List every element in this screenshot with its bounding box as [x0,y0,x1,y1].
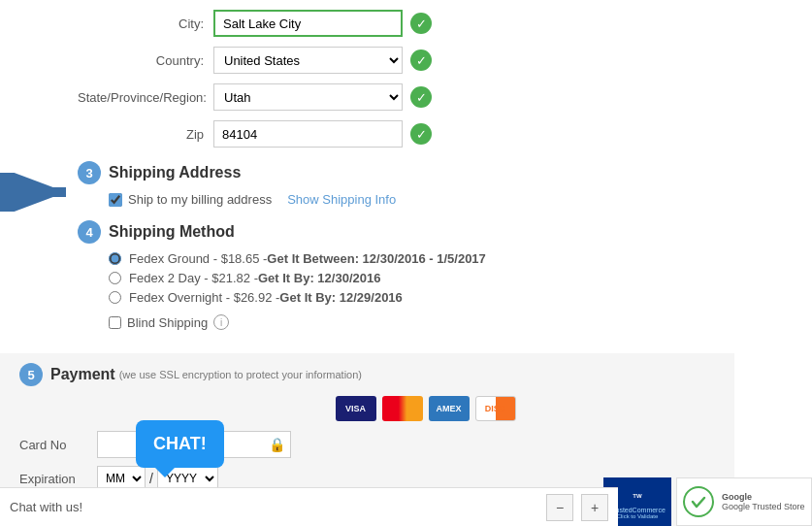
chat-bar-text: Chat with us! [10,500,538,514]
google-trusted-icon [683,486,714,517]
google-trusted-text-block: Google Google Trusted Store [722,492,805,511]
expiry-separator: / [149,471,153,486]
shipping-method-title: Shipping Method [109,223,235,241]
ship-to-billing-checkbox[interactable] [109,193,122,207]
shipping-option-overnight-prefix: Fedex Overnight - $26.92 - [129,290,279,305]
state-check-icon: ✓ [410,86,432,108]
country-row: Country: United States ✓ [78,47,793,74]
city-row: City: ✓ [78,10,793,37]
show-shipping-link[interactable]: Show Shipping Info [287,192,396,207]
expiration-label: Expiration [19,472,97,486]
blind-shipping-checkbox[interactable] [109,316,121,329]
state-row: State/Province/Region: Utah ✓ [78,83,793,111]
shipping-address-title: Shipping Address [109,164,241,181]
zip-check-icon: ✓ [410,123,432,145]
zip-row: Zip ✓ [78,120,793,148]
shipping-radio-overnight[interactable] [109,291,121,304]
shipping-option-2day-bold: Get It By: 12/30/2016 [258,271,380,285]
card-number-row: Card No 🔒 [19,431,715,458]
city-check-icon: ✓ [410,13,432,34]
shipping-option-overnight-bold: Get It By: 12/29/2016 [279,290,402,305]
step-5-badge: 5 [19,363,43,386]
shipping-radio-ground[interactable] [109,252,121,265]
google-label: Google [722,492,805,502]
payment-header: 5 Payment (we use SSL encryption to prot… [19,363,715,386]
payment-note: (we use SSL encryption to protect your i… [119,369,362,380]
ship-to-billing-text: Ship to my billing address [128,192,272,207]
mastercard-logo [382,396,423,421]
shipping-method-header: 4 Shipping Method [78,220,793,244]
shipping-option-ground-prefix: Fedex Ground - $18.65 - [129,251,267,266]
visa-logo: VISA [336,396,376,421]
shipping-radio-2day[interactable] [109,272,121,284]
svg-text:TW: TW [633,493,642,499]
country-select[interactable]: United States [213,47,403,74]
arrow-decoration [0,173,78,214]
shipping-address-header: 3 Shipping Address [78,161,793,184]
ship-to-billing-row: Ship to my billing address Show Shipping… [109,192,793,207]
zip-label: Zip [78,127,213,142]
blind-shipping-row: Blind Shipping i [109,314,793,330]
payment-title: Payment [50,366,115,383]
state-select[interactable]: Utah [213,83,403,111]
blind-shipping-info-icon[interactable]: i [213,314,229,330]
shipping-options: Fedex Ground - $18.65 - Get It Between: … [109,251,793,305]
shipping-option-2day: Fedex 2 Day - $21.82 - Get It By: 12/30/… [109,271,793,285]
city-input[interactable] [213,10,403,37]
trusted-store-label: Google Trusted Store [722,502,805,511]
chat-bar: Chat with us! − + [0,487,618,526]
ship-to-billing-label[interactable]: Ship to my billing address [109,192,272,207]
amex-logo: AMEX [429,396,470,421]
chat-btn-plus[interactable]: + [581,494,608,521]
state-label: State/Province/Region: [78,90,213,105]
zip-input[interactable] [213,120,403,148]
trustwave-icon: TW [623,485,652,505]
lock-icon: 🔒 [269,437,285,452]
chat-bubble-text: CHAT! [153,434,207,453]
trustwave-click: Click to Validate [617,513,659,519]
chat-btn-minus[interactable]: − [546,494,573,521]
country-label: Country: [78,53,213,68]
card-number-label: Card No [19,438,97,452]
city-label: City: [78,16,213,31]
step-3-badge: 3 [78,161,101,184]
checkout-form: City: ✓ Country: United States ✓ State/P… [0,0,812,340]
shipping-option-ground: Fedex Ground - $18.65 - Get It Between: … [109,251,793,266]
shipping-option-overnight: Fedex Overnight - $26.92 - Get It By: 12… [109,290,793,305]
shipping-option-2day-prefix: Fedex 2 Day - $21.82 - [129,271,258,285]
card-logos: VISA AMEX DISC [136,396,715,421]
country-check-icon: ✓ [410,49,432,71]
discover-logo: DISC [475,396,516,421]
chat-bubble[interactable]: CHAT! [136,420,224,468]
blind-shipping-label: Blind Shipping [127,315,208,330]
google-trusted-store-badge[interactable]: Google Google Trusted Store [676,477,812,526]
step-4-badge: 4 [78,220,101,244]
shipping-option-ground-bold: Get It Between: 12/30/2016 - 1/5/2017 [267,251,485,266]
google-checkmark-icon [689,492,708,511]
